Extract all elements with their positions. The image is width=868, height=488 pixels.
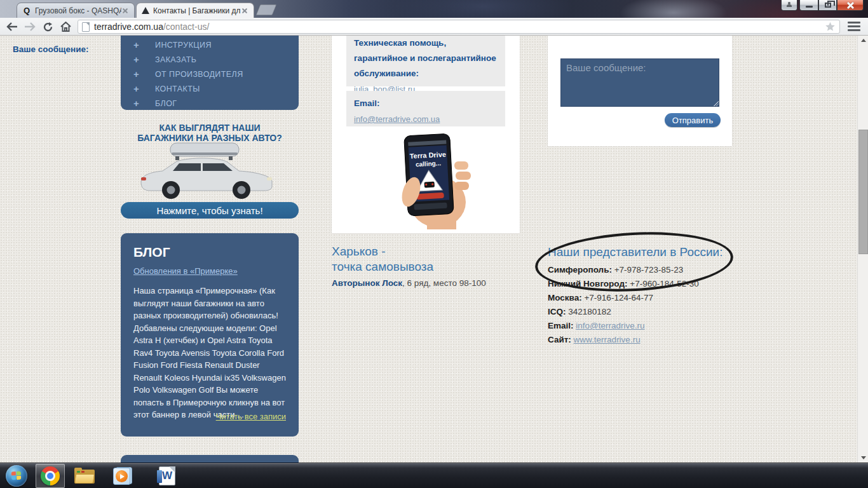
url-host: terradrive.com.ua (94, 22, 163, 32)
word-icon: W (159, 466, 175, 485)
reload-icon (43, 22, 53, 32)
profile-button[interactable] (781, 0, 797, 11)
email-row: Email: info@terradrive.com.ua (346, 91, 505, 126)
support-heading: Техническая помощь, гарантийное и послег… (354, 36, 498, 81)
tab1-close-icon[interactable] (121, 7, 129, 15)
home-icon (60, 22, 71, 32)
phone-in-hand-image: Terra Drive calling... (379, 131, 475, 229)
restore-icon (825, 3, 831, 8)
promo-button[interactable]: Нажмите, чтобы узнать! (121, 202, 299, 219)
russia-row-simferopol: Симферополь: +7-978-723-85-23 (548, 263, 699, 277)
back-arrow-icon (6, 22, 18, 31)
back-button[interactable] (5, 20, 19, 34)
row-value: +7-916-124-64-77 (582, 293, 653, 302)
scroll-down-icon (861, 456, 866, 459)
bookmark-star-icon[interactable] (825, 22, 836, 32)
forward-button[interactable] (23, 20, 37, 34)
nav-label: ОТ ПРОИЗВОДИТЕЛЯ (155, 70, 243, 79)
reload-button[interactable] (41, 20, 55, 34)
windows-taskbar: W RU 9:35 04.05.2015 (0, 463, 868, 488)
media-player-icon (113, 466, 132, 485)
scroll-down-button[interactable] (858, 453, 868, 463)
blog-read-all-link[interactable]: Читать все записи (216, 412, 286, 421)
nav-item-instruction[interactable]: +ИНСТРУКЦИЯ (121, 37, 299, 52)
tab-contacts[interactable]: Контакты | Багажники дл (136, 3, 254, 18)
row-value: 342180182 (566, 307, 611, 316)
russia-email-link[interactable]: info@terradrive.ru (576, 321, 644, 330)
close-button[interactable] (837, 0, 864, 11)
tab2-title: Контакты | Багажники дл (153, 6, 241, 15)
nav-label: ЗАКАЗАТЬ (155, 55, 196, 64)
address-bar[interactable]: terradrive.com.ua/contact-us/ (78, 20, 840, 34)
maximize-button[interactable] (818, 0, 837, 11)
russia-contact-list: Симферополь: +7-978-723-85-23 Нижний Нов… (548, 263, 699, 347)
pickup-market-name: Авторынок Лоск (332, 278, 402, 288)
scroll-up-button[interactable] (858, 36, 868, 45)
nav-item-contacts[interactable]: +КОНТАКТЫ (121, 81, 299, 96)
new-tab-button[interactable] (256, 4, 277, 15)
support-row: Техническая помощь, гарантийное и послег… (346, 36, 505, 86)
nav-item-from-manufacturer[interactable]: +ОТ ПРОИЗВОДИТЕЛЯ (121, 67, 299, 81)
tab2-close-icon[interactable] (241, 7, 248, 15)
next-widget-stub (121, 455, 299, 463)
tab-cargo-box[interactable]: Q Грузовой бокс - QASHQA (17, 3, 135, 18)
nav-item-order[interactable]: +ЗАКАЗАТЬ (121, 52, 299, 67)
car-with-roofbox-image[interactable] (135, 140, 285, 201)
plus-icon: + (133, 69, 155, 79)
row-label: Нижний Новгород: (548, 279, 628, 288)
chrome-menu-icon[interactable] (848, 22, 860, 32)
row-label: ICQ: (548, 307, 566, 316)
row-label: Симферополь: (548, 265, 612, 274)
promo-heading-line1: КАК ВЫГЛЯДЯТ НАШИ (121, 123, 299, 133)
taskbar-media-player-button[interactable] (108, 464, 137, 488)
plus-icon: + (133, 98, 155, 109)
row-label: Email: (548, 321, 574, 330)
start-button[interactable] (6, 465, 27, 487)
page-scrollbar[interactable] (857, 36, 868, 463)
taskbar-explorer-button[interactable] (70, 464, 99, 488)
page-icon (82, 22, 90, 32)
pickup-heading-line2: точка самовывоза (332, 259, 433, 274)
email-label: Email: (354, 96, 498, 111)
tab1-title: Грузовой бокс - QASHQA (35, 6, 121, 15)
minimize-icon (806, 6, 813, 8)
message-textarea[interactable] (560, 58, 719, 107)
tab2-favicon-icon (142, 7, 149, 14)
url-text: terradrive.com.ua/contact-us/ (94, 22, 825, 32)
home-button[interactable] (58, 20, 72, 34)
russia-row-site: Сайт: www.terradrive.ru (548, 333, 699, 347)
russia-row-icq: ICQ: 342180182 (548, 305, 699, 319)
scroll-up-icon (861, 39, 866, 42)
russia-row-moscow: Москва: +7-916-124-64-77 (548, 291, 699, 305)
email-link[interactable]: info@terradrive.com.ua (354, 114, 440, 124)
submit-button[interactable]: Отправить (665, 113, 721, 127)
phone-screen-line2: calling... (416, 159, 442, 168)
nav-item-blog[interactable]: +БЛОГ (121, 96, 299, 111)
nav-label: КОНТАКТЫ (155, 85, 200, 93)
russia-heading: Наши представители в России: (548, 245, 722, 259)
scrollbar-thumb[interactable] (858, 130, 868, 254)
chrome-icon (41, 466, 60, 485)
windows-logo-icon (11, 471, 22, 481)
url-path: /contact-us/ (163, 22, 209, 32)
pickup-address-detail: , 6 ряд, место 98-100 (402, 278, 486, 288)
browser-window: Q Грузовой бокс - QASHQA Контакты | Бага… (0, 0, 868, 463)
taskbar-word-button[interactable]: W (153, 464, 182, 488)
russia-site-link[interactable]: www.terradrive.ru (574, 335, 641, 344)
word-letter: W (162, 470, 172, 482)
blog-post-link[interactable]: Обновления в «Примерке» (133, 266, 238, 276)
taskbar-chrome-button[interactable] (36, 464, 65, 488)
folder-icon (74, 468, 95, 484)
pickup-address: Авторынок Лоск, 6 ряд, место 98-100 (332, 278, 486, 288)
forward-arrow-icon (24, 22, 36, 31)
minimize-button[interactable] (799, 0, 818, 11)
site-nav-menu: +ИНСТРУКЦИЯ +ЗАКАЗАТЬ +ОТ ПРОИЗВОДИТЕЛЯ … (121, 36, 299, 110)
tab1-favicon: Q (22, 6, 31, 15)
plus-icon: + (133, 39, 155, 50)
browser-toolbar: terradrive.com.ua/contact-us/ (0, 18, 868, 36)
russia-row-email: Email: info@terradrive.ru (548, 319, 699, 333)
desktop: Q Грузовой бокс - QASHQA Контакты | Бага… (0, 0, 868, 488)
person-icon (787, 2, 792, 7)
row-value: +7-960-184-52-30 (628, 279, 699, 288)
pickup-heading-line1: Харьков - (332, 244, 433, 259)
